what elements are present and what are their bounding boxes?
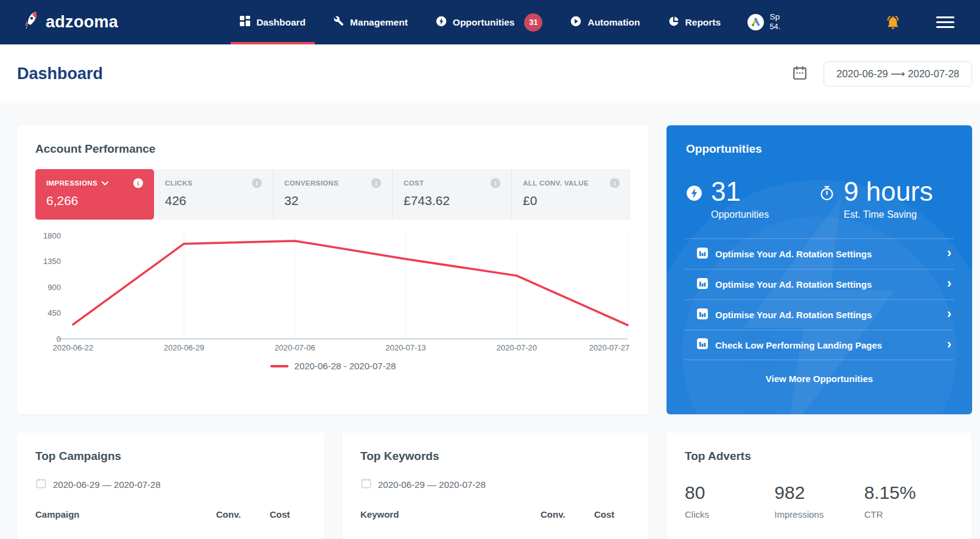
opportunity-label: Check Low Performing Landing Pages	[715, 340, 940, 350]
svg-text:2020-06-29: 2020-06-29	[164, 343, 205, 352]
legend-line-swatch	[270, 365, 289, 367]
ctr-stat: 8.15% CTR	[864, 482, 954, 520]
opportunities-stats: 31 Opportunities 9 hours	[667, 156, 972, 238]
adzooma-logo[interactable]: adzooma	[22, 0, 118, 44]
chart-legend: 2020-06-28 - 2020-07-28	[35, 361, 631, 371]
nav-label: Reports	[685, 17, 721, 28]
opportunities-count: 31	[711, 178, 769, 206]
account-name: Sp 54.	[770, 12, 780, 32]
view-more-opportunities-button[interactable]: View More Opportunities	[667, 360, 972, 397]
time-saving-stat: 9 hours Est. Time Saving	[819, 178, 933, 220]
nav-label: Dashboard	[256, 17, 306, 28]
wrench-icon	[334, 16, 344, 29]
opportunity-item[interactable]: Optimise Your Ad. Rotation Settings	[685, 299, 954, 330]
date-range-input[interactable]: 2020-06-29 ⟶ 2020-07-28	[824, 61, 972, 86]
account-performance-title: Account Performance	[35, 142, 631, 156]
chevron-down-icon	[102, 179, 108, 187]
column-header: Keyword	[360, 509, 541, 520]
date-range-text: 2020-06-29 — 2020-07-28	[378, 479, 486, 490]
opportunity-item[interactable]: Optimise Your Ad. Rotation Settings	[685, 269, 954, 299]
column-header: Conv.	[216, 509, 270, 520]
nav-item-dashboard[interactable]: Dashboard	[240, 0, 306, 44]
chevron-right-icon	[947, 277, 951, 292]
column-header: Cost	[270, 509, 306, 520]
clicks-stat: 80 Clicks	[685, 482, 774, 520]
svg-text:0: 0	[57, 335, 61, 344]
top-keywords-title: Top Keywords	[360, 450, 631, 463]
impressions-value: 982	[774, 482, 864, 503]
metric-tab-cost[interactable]: COST £743.62	[392, 169, 511, 220]
account-name-line2: 54.	[770, 23, 780, 32]
page-title: Dashboard	[17, 64, 103, 83]
chevron-right-icon	[947, 246, 951, 262]
top-campaigns-card: Top Campaigns 2020-06-29 — 2020-07-28 Ca…	[17, 433, 324, 539]
stopwatch-icon	[819, 185, 835, 220]
info-icon[interactable]	[491, 178, 500, 188]
bar-chart-icon	[697, 278, 708, 291]
nav-right-cluster: Sp 54.	[747, 0, 954, 44]
svg-text:450: 450	[47, 308, 61, 318]
metric-label: CONVERSIONS	[284, 179, 338, 187]
clicks-label: Clicks	[685, 509, 774, 520]
top-adverts-title: Top Adverts	[685, 450, 954, 463]
svg-text:2020-06-22: 2020-06-22	[53, 343, 94, 352]
notifications-bell-icon[interactable]	[885, 15, 901, 30]
info-icon[interactable]	[133, 178, 143, 188]
metric-value: £743.62	[404, 193, 500, 208]
svg-text:2020-07-20: 2020-07-20	[497, 343, 537, 352]
metric-tab-conversions[interactable]: CONVERSIONS 32	[273, 169, 392, 220]
metric-tab-clicks[interactable]: CLICKS 426	[154, 169, 273, 220]
info-icon[interactable]	[610, 178, 620, 188]
metric-label: CLICKS	[165, 179, 192, 187]
metric-label: ALL CONV. VALUE	[523, 179, 589, 187]
chevron-right-icon	[947, 307, 951, 322]
legend-label: 2020-06-28 - 2020-07-28	[295, 361, 396, 371]
account-selector[interactable]: Sp 54.	[747, 12, 780, 32]
svg-text:2020-07-06: 2020-07-06	[275, 343, 315, 352]
nav-label: Management	[350, 17, 408, 28]
date-range-text: 2020-06-29 — 2020-07-28	[53, 479, 161, 490]
google-ads-icon	[747, 14, 764, 30]
bolt-icon	[686, 185, 702, 220]
time-saving-value: 9 hours	[844, 178, 933, 206]
svg-text:900: 900	[47, 283, 61, 292]
metric-tab-impressions[interactable]: IMPRESSIONS 6,266	[35, 169, 154, 220]
impressions-label: Impressions	[774, 509, 864, 520]
top-campaigns-title: Top Campaigns	[35, 450, 306, 463]
metric-value: 32	[284, 193, 381, 208]
ctr-label: CTR	[864, 509, 954, 520]
main-content: Account Performance IMPRESSIONS 6,266 CL…	[0, 103, 980, 539]
nav-item-reports[interactable]: Reports	[668, 0, 721, 44]
opportunities-list: Optimise Your Ad. Rotation Settings Opti…	[685, 238, 954, 360]
calendar-icon[interactable]	[792, 65, 808, 83]
metric-tab-all-conv-value[interactable]: ALL CONV. VALUE £0	[511, 169, 631, 220]
brand-name: adzooma	[46, 13, 118, 32]
info-icon[interactable]	[371, 178, 381, 188]
nav-item-management[interactable]: Management	[334, 0, 408, 44]
opportunity-label: Optimise Your Ad. Rotation Settings	[715, 310, 940, 320]
metric-value: £0	[523, 193, 620, 208]
top-keywords-table-header: Keyword Conv. Cost	[360, 509, 631, 520]
metric-tabs: IMPRESSIONS 6,266 CLICKS 426	[35, 169, 631, 220]
metric-label: IMPRESSIONS	[46, 179, 97, 187]
bar-chart-icon	[697, 338, 708, 352]
top-campaigns-date-range: 2020-06-29 — 2020-07-28	[35, 478, 306, 491]
info-icon[interactable]	[252, 178, 262, 188]
pie-chart-icon	[668, 16, 679, 29]
opportunity-item[interactable]: Optimise Your Ad. Rotation Settings	[685, 238, 954, 269]
opportunities-count-stat: 31 Opportunities	[686, 178, 819, 220]
opportunity-item[interactable]: Check Low Performing Landing Pages	[685, 330, 954, 360]
nav-item-automation[interactable]: Automation	[570, 0, 640, 44]
svg-text:1800: 1800	[43, 231, 61, 240]
nav-item-opportunities[interactable]: Opportunities 31	[436, 0, 543, 44]
account-performance-card: Account Performance IMPRESSIONS 6,266 CL…	[17, 125, 649, 414]
opportunity-label: Optimise Your Ad. Rotation Settings	[715, 249, 940, 259]
ctr-value: 8.15%	[864, 482, 954, 503]
opportunities-count-badge: 31	[524, 13, 542, 32]
hamburger-menu-icon[interactable]	[936, 16, 954, 28]
metric-value: 426	[165, 193, 262, 208]
top-campaigns-table-header: Campaign Conv. Cost	[35, 509, 306, 520]
svg-text:2020-07-27: 2020-07-27	[589, 343, 630, 352]
opportunities-title: Opportunities	[667, 142, 972, 156]
svg-text:1350: 1350	[43, 257, 61, 266]
